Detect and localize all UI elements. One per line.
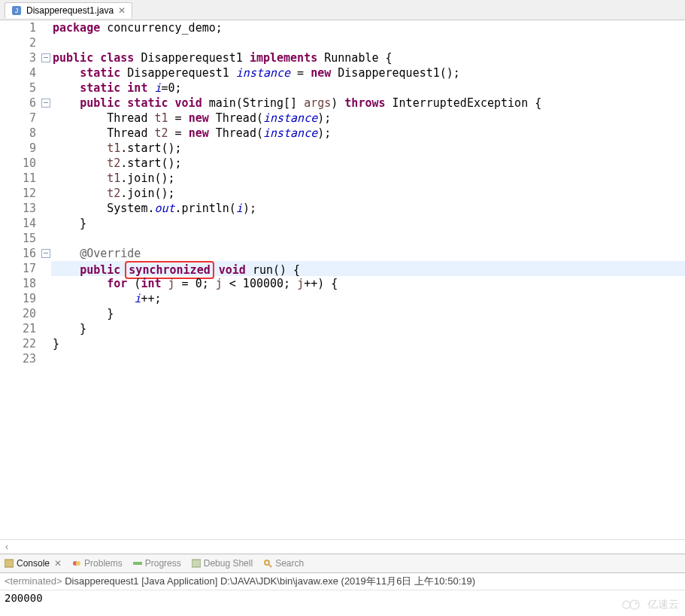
close-tab-icon[interactable]: ✕ [118,5,126,16]
svg-point-9 [623,601,630,608]
svg-rect-2 [5,560,14,567]
line-number: 17 [11,261,36,276]
svg-line-8 [269,565,271,567]
fold-strip[interactable]: −−− [41,20,51,539]
console-run-header: <terminated> Disapperequest1 [Java Appli… [0,573,685,590]
code-editor[interactable]: 1234567891011121314151617181920212223 −−… [0,20,685,539]
line-number: 15 [11,231,36,246]
fold-toggle[interactable]: − [41,249,50,258]
code-line[interactable]: static int i=0; [51,80,685,96]
svg-rect-6 [192,560,201,567]
close-console-icon[interactable]: ✕ [54,558,62,569]
progress-icon [133,559,142,568]
code-line[interactable]: t2.start(); [51,156,685,171]
svg-point-10 [630,600,639,609]
code-line[interactable] [51,35,685,50]
watermark: 亿速云 [622,598,679,611]
code-line[interactable]: t1.join(); [51,171,685,186]
line-number: 1 [11,20,36,35]
debug-shell-icon [192,559,201,568]
line-number: 5 [11,80,36,96]
editor-tab-bar: J Disapperequest1.java ✕ [0,0,685,20]
code-line[interactable]: package concurrency_demo; [51,20,685,35]
launch-description: Disapperequest1 [Java Application] D:\JA… [65,575,475,587]
line-number: 10 [11,156,36,171]
fold-toggle[interactable]: − [41,53,50,62]
code-line[interactable]: public static void main(String[] args) t… [51,96,685,111]
code-line[interactable]: } [51,321,685,336]
line-number: 2 [11,35,36,50]
tab-progress[interactable]: Progress [133,558,181,569]
svg-rect-5 [133,562,142,565]
line-number: 7 [11,111,36,126]
code-line[interactable]: t1.start(); [51,141,685,156]
terminated-status: <terminated> [5,575,62,587]
line-number: 8 [11,126,36,141]
line-number: 14 [11,216,36,231]
line-number: 16 [11,246,36,261]
tab-problems[interactable]: Problems [72,558,123,569]
tab-progress-label: Progress [145,558,181,569]
console-output[interactable]: 200000 [0,590,685,616]
bottom-view-tabs: Console ✕ Problems Progress Debug Shell … [0,554,685,573]
line-number: 3 [11,50,36,65]
code-line[interactable]: } [51,216,685,231]
watermark-text: 亿速云 [647,598,679,611]
code-line[interactable]: } [51,306,685,321]
tab-search[interactable]: Search [263,558,304,569]
code-line[interactable]: for (int j = 0; j < 100000; j++) { [51,276,685,291]
editor-tab[interactable]: J Disapperequest1.java ✕ [5,2,132,18]
line-number: 9 [11,141,36,156]
line-number-gutter: 1234567891011121314151617181920212223 [11,20,41,539]
editor-tab-label: Disapperequest1.java [26,5,114,16]
svg-point-7 [265,560,269,565]
code-line[interactable]: Thread t2 = new Thread(instance); [51,126,685,141]
line-number: 12 [11,186,36,201]
tab-search-label: Search [275,558,304,569]
svg-point-11 [635,602,638,605]
code-line[interactable]: static Disapperequest1 instance = new Di… [51,65,685,80]
code-content[interactable]: package concurrency_demo; public class D… [51,20,685,539]
code-line[interactable]: } [51,336,685,351]
code-line[interactable] [51,351,685,366]
code-line[interactable]: @Override [51,246,685,261]
java-file-icon: J [11,5,22,16]
code-line[interactable]: Thread t1 = new Thread(instance); [51,111,685,126]
line-number: 6 [11,96,36,111]
console-icon [5,559,14,568]
svg-point-4 [76,561,80,566]
line-number: 21 [11,321,36,336]
code-line[interactable]: public synchronized void run() { [51,261,685,276]
horizontal-scrollbar[interactable]: ‹ [0,539,685,554]
line-number: 4 [11,65,36,80]
tab-console[interactable]: Console ✕ [5,558,62,569]
scroll-left-icon[interactable]: ‹ [0,542,14,552]
line-number: 19 [11,291,36,306]
line-number: 23 [11,351,36,366]
code-line[interactable]: i++; [51,291,685,306]
search-icon [263,559,272,568]
fold-toggle[interactable]: − [41,99,50,108]
tab-problems-label: Problems [84,558,123,569]
line-number: 13 [11,201,36,216]
code-line[interactable]: System.out.println(i); [51,201,685,216]
line-number: 11 [11,171,36,186]
code-line[interactable]: public class Disapperequest1 implements … [51,50,685,65]
svg-text:J: J [15,7,19,14]
line-number: 20 [11,306,36,321]
tab-debug-shell-label: Debug Shell [204,558,253,569]
breakpoint-strip[interactable] [0,20,11,539]
tab-debug-shell[interactable]: Debug Shell [192,558,253,569]
problems-icon [72,559,81,568]
code-line[interactable]: t2.join(); [51,186,685,201]
line-number: 18 [11,276,36,291]
tab-console-label: Console [17,558,50,569]
code-line[interactable] [51,231,685,246]
line-number: 22 [11,336,36,351]
